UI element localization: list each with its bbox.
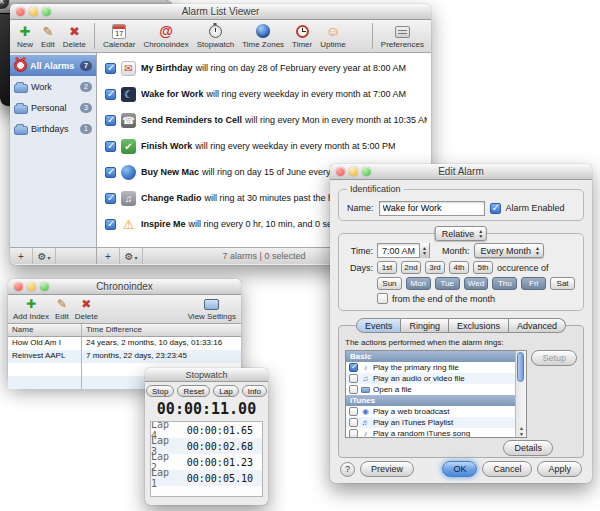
toolbar-uptime-button[interactable]: ☺ Uptime [317,23,348,49]
toolbar-new-button[interactable]: ✚ New [14,23,36,49]
action-checkbox[interactable] [349,374,358,383]
list-item[interactable]: ♬ Play an iTunes Playlist [346,417,515,428]
add-group-button[interactable]: + [10,248,33,264]
zoom-button[interactable] [42,7,51,16]
action-checkbox[interactable] [349,429,358,438]
sidebar-item-work[interactable]: Work 2 [10,76,96,97]
scrollbar-arrows[interactable] [516,425,526,437]
ok-button[interactable]: OK [442,461,477,477]
alarm-row[interactable]: ☎ Send Reminders to Cellwill ring every … [97,107,431,133]
lap-button[interactable]: Lap [213,385,238,397]
toolbar-timer-button[interactable]: Timer [289,23,315,49]
help-button[interactable]: ? [340,462,355,477]
weekday-sun-button[interactable]: Sun [377,277,402,290]
action-checkbox[interactable] [349,385,358,394]
sidebar-item-all-alarms[interactable]: All Alarms 7 [10,55,96,76]
ordinal-1st-button[interactable]: 1st [377,261,397,274]
sidebar-item-personal[interactable]: Personal 3 [10,97,96,118]
tab-advanced[interactable]: Advanced [509,318,566,333]
lap-row[interactable]: Lap 1 00:00:05.10 [151,470,262,486]
toolbar-delete-button[interactable]: ✖ Delete [60,23,89,49]
stopwatch-titlebar[interactable]: Stopwatch [145,368,268,382]
delete-index-button[interactable]: ✖ Delete [75,297,98,321]
alarm-enabled-checkbox[interactable] [105,167,116,178]
action-checkbox[interactable] [349,418,358,427]
zoom-button[interactable] [40,282,49,291]
action-checkbox[interactable] [349,363,358,372]
close-button[interactable] [16,7,25,16]
alarm-enabled-checkbox[interactable] [105,63,116,74]
info-button[interactable]: Info [242,385,267,397]
ordinal-2nd-button[interactable]: 2nd [401,261,421,274]
alarm-row[interactable]: ☾ Wake for Workwill ring every weekday i… [97,81,431,107]
table-header[interactable]: Name Time Difference [8,324,241,337]
ordinal-5th-button[interactable]: 5th [473,261,493,274]
edit-alarm-titlebar[interactable]: Edit Alarm [330,164,592,180]
action-checkbox[interactable] [349,407,358,416]
alarm-enabled-checkbox[interactable] [105,89,116,100]
toolbar-chronoindex-label: Chronoindex [143,40,188,49]
stepper-arrows-icon[interactable] [419,243,429,258]
view-settings-button[interactable]: View Settings [188,297,236,321]
table-row[interactable]: Reinvest AAPL 7 months, 22 days, 23:23:4… [8,350,241,363]
alarm-enabled-checkbox[interactable] [105,115,116,126]
alarm-row[interactable]: ✉ My Birthdaywill ring on day 28 of Febr… [97,55,431,81]
minimize-button[interactable] [27,282,36,291]
details-button[interactable]: Details [503,440,553,456]
weekday-tue-button[interactable]: Tue [435,277,460,290]
column-header-name[interactable]: Name [8,324,82,336]
sidebar-item-birthdays[interactable]: Birthdays 1 [10,118,96,139]
alarm-name-field[interactable] [379,201,485,216]
time-stepper[interactable]: 7:00 AM [377,243,430,258]
setup-button[interactable]: Setup [531,350,577,366]
column-header-time-difference[interactable]: Time Difference [82,324,241,336]
weekday-wed-button[interactable]: Wed [464,277,489,290]
list-item[interactable]: ◉ Play a web broadcast [346,406,515,417]
alarm-enabled-checkbox[interactable] [105,141,116,152]
minimize-button[interactable] [349,167,358,176]
zoom-button[interactable] [362,167,371,176]
ordinal-4th-button[interactable]: 4th [449,261,469,274]
tab-exclusions[interactable]: Exclusions [449,318,509,333]
toolbar-edit-button[interactable]: ✎ Edit [38,23,58,49]
toolbar-calendar-button[interactable]: 17 Calendar [100,23,138,49]
weekday-fri-button[interactable]: Fri [521,277,546,290]
edit-index-button[interactable]: ✎ Edit [55,297,69,321]
add-index-button[interactable]: ✚ Add Index [13,297,49,321]
minimize-button[interactable] [29,7,38,16]
apply-button[interactable]: Apply [537,461,582,477]
scrollbar-thumb[interactable] [517,352,524,382]
list-item[interactable]: ♪ Play the primary ring file [346,362,515,373]
weekday-thu-button[interactable]: Thu [492,277,517,290]
list-item[interactable]: ♫ Play an audio or video file [346,373,515,384]
close-button[interactable] [14,282,23,291]
preview-button[interactable]: Preview [360,461,414,477]
ordinal-3rd-button[interactable]: 3rd [425,261,445,274]
toolbar-preferences-button[interactable]: Preferences [378,23,427,49]
alarm-enabled-checkbox[interactable] [105,193,116,204]
scrollbar[interactable] [515,351,526,437]
cancel-button[interactable]: Cancel [482,461,532,477]
alarm-viewer-titlebar[interactable]: Alarm List Viewer [10,4,431,20]
chronoindex-titlebar[interactable]: Chronoindex [8,279,241,295]
toolbar-chronoindex-button[interactable]: @ Chronoindex [140,23,191,49]
month-popup[interactable]: Every Month [474,243,544,258]
mode-popup[interactable]: Relative [435,226,487,241]
stop-button[interactable]: Stop [146,385,174,397]
weekday-sat-button[interactable]: Sat [550,277,575,290]
reset-button[interactable]: Reset [177,385,210,397]
tab-events[interactable]: Events [356,318,402,333]
group-action-menu-button[interactable]: ⚙ [33,248,56,264]
weekday-mon-button[interactable]: Mon [406,277,431,290]
alarm-enabled-checkbox[interactable] [105,219,116,230]
alarm-enabled-checkbox[interactable] [490,203,501,214]
list-item[interactable]: Open a file [346,384,515,395]
end-of-month-checkbox[interactable] [377,293,388,304]
list-item[interactable]: ♪ Play a random iTunes song [346,428,515,438]
tab-ringing[interactable]: Ringing [401,318,449,333]
toolbar-stopwatch-button[interactable]: Stopwatch [194,23,237,49]
close-button[interactable] [336,167,345,176]
table-row[interactable]: How Old Am I 24 years, 2 months, 10 days… [8,337,241,350]
toolbar-timezones-button[interactable]: Time Zones [239,23,287,49]
alarm-row[interactable]: ✔ Finish Workwill ring every weekday in … [97,133,431,159]
